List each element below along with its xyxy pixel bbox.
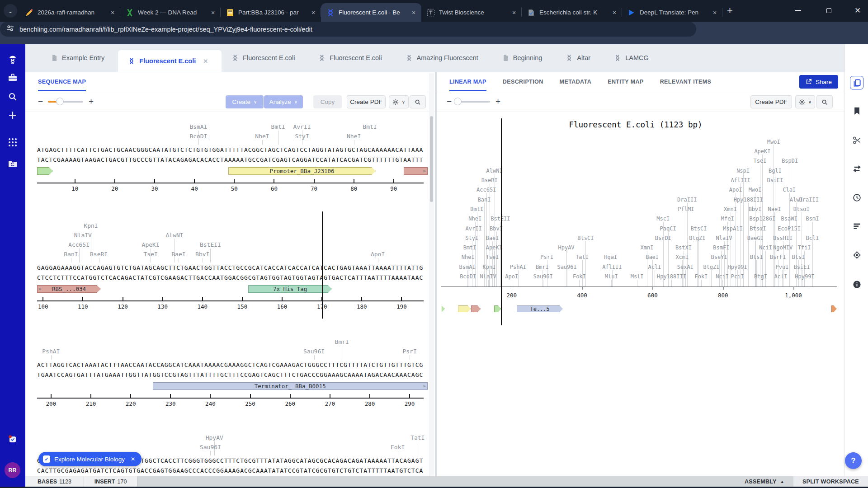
tab-description[interactable]: DESCRIPTION [503,72,543,91]
rail-target-icon[interactable] [851,249,863,261]
sequence-bottom-strand[interactable]: TACTCGAAAAGTAAGACTGACGTTGCCCGTTATACAGAGA… [37,156,423,163]
sidebar-plus[interactable] [6,109,19,122]
annotation-7x His Tag[interactable]: 7x His Tag [248,285,332,293]
zoom-slider-handle[interactable] [454,98,462,105]
close-icon[interactable]: ✕ [410,9,418,17]
sidebar-apps-grid[interactable] [6,136,19,149]
annotation-Te...5[interactable]: Te...5 [517,305,562,312]
site-settings-icon[interactable] [6,24,14,34]
browser-tab[interactable]: Fluorescent E.coli · Be✕ [321,3,421,22]
linear-map[interactable]: Fluorescent E.coli (1123 bp) MwoIApeKITs… [437,112,844,476]
annotation-salmon[interactable] [471,305,481,312]
url-bar[interactable]: benchling.com/ramadhanrafi/f/lib_rpflXlN… [0,22,696,37]
left-panel-scrollbar[interactable] [429,73,434,476]
zoom-out-icon[interactable]: − [38,97,43,106]
zoom-in-icon[interactable]: + [495,97,500,106]
close-icon[interactable]: ✕ [209,9,217,17]
annotation-yellow[interactable] [458,305,471,312]
scrollbar-thumb[interactable] [430,116,433,202]
annotation-green[interactable] [494,305,501,312]
zoom-out-icon[interactable]: − [447,97,452,106]
settings-gear-button[interactable]: ∨ [389,95,409,108]
browser-tab[interactable]: Escherichia coli str. K✕ [522,3,622,22]
tab-search-chevron-icon[interactable]: ⌄ [4,4,17,18]
rail-references-icon[interactable] [850,76,863,89]
workspace-tab[interactable]: Altar [556,44,604,72]
close-icon[interactable]: ✕ [108,9,117,17]
annotation-green[interactable] [37,167,53,175]
annotation-RBS_...034[interactable]: RBS_...034» [37,285,101,293]
help-button[interactable]: ? [845,452,862,469]
sequence-map[interactable]: BsmAIBmtIAvrIIBmtIBcoDINheIStyINheIATGAG… [25,112,435,476]
window-close-button[interactable]: ✕ [847,0,868,21]
sidebar-benchling-logo[interactable] [6,53,19,66]
user-avatar[interactable]: RR [5,462,20,478]
close-icon[interactable]: ✕ [203,58,208,65]
window-minimize-button[interactable] [788,0,808,21]
close-icon[interactable]: ✕ [510,9,518,17]
explore-molecular-biology-pill[interactable]: ✓ Explore Molecular Biology ✕ [38,452,142,466]
zoom-slider-handle[interactable] [56,98,64,105]
rail-info-icon[interactable] [851,278,863,290]
find-search-button[interactable] [816,95,833,108]
workspace-tab[interactable]: Fluorescent E.coli [308,44,395,72]
workspace-tab[interactable]: Fluorescent E.coli✕ [118,50,222,72]
tab-relevant-items[interactable]: RELEVANT ITEMS [660,72,712,91]
settings-gear-button[interactable]: ∨ [795,95,815,108]
workspace-tab[interactable]: Fluorescent E.coli [222,44,308,72]
annotation-salmon[interactable]: » [404,167,428,175]
workspace-tab[interactable]: LAMCG [604,44,662,72]
tab-linear-map[interactable]: LINEAR MAP [449,72,486,91]
create-button[interactable]: Create∨ [226,95,264,108]
browser-tab[interactable]: Part:BBa J23106 - par✕ [221,3,321,22]
close-icon[interactable]: ✕ [610,9,618,17]
sidebar-tasks[interactable] [6,433,19,446]
rail-bookmark-icon[interactable] [851,105,863,117]
annotation-orange[interactable] [831,305,837,312]
copy-button[interactable]: Copy [313,95,342,108]
tab-entity-map[interactable]: ENTITY MAP [608,72,643,91]
sidebar-project-sync[interactable] [6,157,19,170]
split-workspace-button[interactable]: SPLIT WORKSPACE [793,476,868,487]
create-pdf-button[interactable]: Create PDF [750,95,792,108]
rail-swap-icon[interactable] [851,163,863,174]
share-button[interactable]: Share [799,75,838,89]
sequence-bottom-strand[interactable]: CTCCTCTTTCCATGGTCTCACAGACTATCGTCGAAGACTT… [37,274,423,281]
find-search-button[interactable] [410,95,426,108]
create-pdf-button[interactable]: Create PDF [347,95,386,108]
zoom-in-icon[interactable]: + [89,97,94,106]
new-tab-button[interactable]: + [727,6,733,15]
analyze-button[interactable]: Analyze∨ [264,95,303,108]
annotation-Promoter_BBa_J23106[interactable]: Promoter_BBa_J23106 [228,167,376,175]
sequence-cursor[interactable] [322,211,323,319]
annotation-Terminator_ BBa_B0015[interactable]: Terminator_ BBa_B0015» [153,382,428,390]
workspace-tab[interactable]: Amazing Fluorescent [396,44,492,72]
axis-tick-label: 400 [577,292,587,299]
browser-tab[interactable]: 2026a-rafi-ramadhan✕ [20,3,120,22]
close-icon[interactable]: ✕ [711,9,719,17]
browser-tab[interactable]: Twist Bioscience✕ [421,3,522,22]
sequence-top-strand[interactable]: ACTTAGGTCACTAAATACTTTAACCAATACCAGGCATCAA… [37,361,423,368]
tab-metadata[interactable]: METADATA [560,72,592,91]
browser-tab-title: Escherichia coli str. K [539,9,610,16]
close-icon[interactable]: ✕ [131,456,135,462]
sequence-cursor[interactable] [501,118,502,325]
sequence-bottom-strand[interactable]: CACTTGCGAGAGATGATCTCAGTGTGACCGAGTGGAAGCC… [37,467,423,474]
assembly-button[interactable]: ASSEMBLY▲ [736,476,793,487]
annotation-green[interactable] [442,305,445,312]
rail-scissors-icon[interactable] [851,134,863,146]
workspace-tab[interactable]: Beginning [492,44,556,72]
sequence-bottom-strand[interactable]: TGAATCCAGTGATTTATGAAATTGGTTATGGTCCGTAGTT… [37,371,423,378]
tab-sequence-map[interactable]: SEQUENCE MAP [38,72,86,91]
rail-align-bars-icon[interactable] [851,220,863,232]
sidebar-search[interactable] [6,90,19,103]
rail-history-icon[interactable] [851,192,863,203]
workspace-tab[interactable]: Example Entry [41,44,118,72]
close-icon[interactable]: ✕ [309,9,317,17]
window-maximize-button[interactable] [818,0,839,21]
browser-tab[interactable]: DeepL Translate: Pen✕ [622,3,722,22]
sequence-top-strand[interactable]: GAGGAGAAAGGTACCAGAGTGTCTGATAGCAGCTTCTGAA… [37,264,423,271]
sequence-top-strand[interactable]: ATGAGCTTTTCATTCTGACTGCAACGGGCAATATGTCTCT… [37,146,423,153]
sidebar-toolbox[interactable] [6,71,19,84]
browser-tab[interactable]: Week 2 — DNA Read✕ [120,3,221,22]
